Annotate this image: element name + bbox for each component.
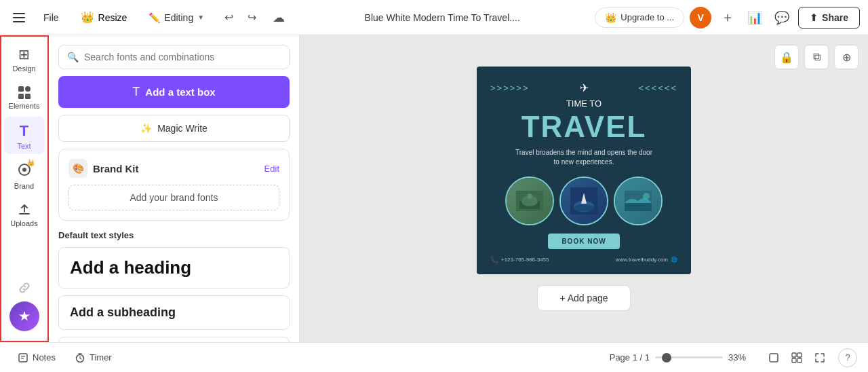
decorator-right: <<<<<< <box>638 83 677 93</box>
notes-icon <box>18 352 28 363</box>
add-tool-button[interactable]: ⊕ <box>834 45 859 69</box>
chevron-down-icon: ▼ <box>197 14 204 21</box>
brand-kit-edit-button[interactable]: Edit <box>264 164 279 174</box>
brand-kit-icon: 🎨 <box>68 159 87 178</box>
panel-scroll-area[interactable]: 🔍 T Add a text box ✨ Magic Write 🎨 Brand… <box>49 35 299 342</box>
globe-icon: 🌐 <box>671 257 677 263</box>
fullscreen-icon <box>814 352 825 363</box>
sidebar-label-text: Text <box>17 142 31 150</box>
svg-rect-24 <box>797 358 802 362</box>
sidebar-item-elements[interactable]: Elements <box>4 79 45 114</box>
text-panel: 🔍 T Add a text box ✨ Magic Write 🎨 Brand… <box>49 35 300 342</box>
add-brand-fonts-button[interactable]: Add your brand fonts <box>68 185 279 210</box>
share-button[interactable]: ⬆ Share <box>798 7 860 29</box>
brand-kit-title: Brand Kit <box>93 163 139 174</box>
sidebar-item-link[interactable] <box>4 276 45 299</box>
crown-icon: 👑 <box>81 11 94 24</box>
notes-button[interactable]: Notes <box>11 349 62 367</box>
brand-crown-icon: 👑 <box>27 160 35 166</box>
share-icon: ⬆ <box>810 12 818 23</box>
sidebar-item-uploads[interactable]: Uploads <box>4 197 45 231</box>
grid-view-icon <box>791 352 802 363</box>
svg-rect-21 <box>792 353 796 357</box>
sidebar-item-brand[interactable]: 👑 Brand <box>4 157 45 194</box>
svg-point-5 <box>22 168 26 172</box>
zoom-slider-area: 33% <box>655 352 753 362</box>
canvas-travel: TRAVEL <box>490 110 677 144</box>
resize-button[interactable]: 👑 Resize <box>73 7 136 28</box>
upgrade-crown-icon: 👑 <box>605 12 616 23</box>
canvas-toolbar: 🔒 ⧉ ⊕ <box>774 45 859 69</box>
text-icon: T <box>20 122 28 140</box>
sidebar-item-text[interactable]: T Text <box>4 117 45 154</box>
canvas-card[interactable]: >>>>>> ✈ <<<<<< TIME TO TRAVEL Travel br… <box>477 67 691 274</box>
svg-rect-3 <box>25 94 31 99</box>
timer-button[interactable]: Timer <box>68 349 119 367</box>
canvas-decorators: >>>>>> ✈ <<<<<< <box>490 81 677 94</box>
avatar[interactable]: V <box>690 7 711 29</box>
canvas-subtitle: Travel broadens the mind and opens the d… <box>490 148 677 167</box>
magic-write-button[interactable]: ✨ Magic Write <box>58 115 290 142</box>
brand-kit-section: 🎨 Brand Kit Edit Add your brand fonts <box>58 149 290 221</box>
svg-point-12 <box>574 204 594 211</box>
svg-rect-2 <box>18 94 24 99</box>
main-area: ⊞ Design Elements T Text 👑 <box>0 35 868 342</box>
default-styles-label: Default text styles <box>58 230 290 240</box>
search-box[interactable]: 🔍 <box>58 45 290 69</box>
add-button[interactable]: ＋ <box>717 7 738 29</box>
hamburger-menu[interactable] <box>8 7 30 29</box>
add-textbox-button[interactable]: T Add a text box <box>58 76 290 108</box>
editing-button[interactable]: ✏️ Editing ▼ <box>140 8 212 27</box>
elements-icon <box>17 85 32 100</box>
comment-button[interactable]: 💬 <box>771 7 793 29</box>
fullscreen-button[interactable] <box>810 348 830 367</box>
canvas-footer: 📞 +123-765-986-3455 www.travelbuddy.com … <box>490 256 677 263</box>
ai-tools-button[interactable] <box>9 301 39 331</box>
sidebar-label-uploads: Uploads <box>10 219 37 227</box>
upgrade-button[interactable]: 👑 Upgrade to ... <box>595 7 684 28</box>
brand-kit-header: 🎨 Brand Kit Edit <box>68 159 279 178</box>
canvas-phone: 📞 +123-765-986-3455 <box>490 256 549 263</box>
zoom-percentage: 33% <box>728 352 753 362</box>
body-text-block[interactable]: Add a little bit of body text <box>58 337 290 342</box>
add-page-button[interactable]: + Add page <box>537 285 630 311</box>
heading-block[interactable]: Add a heading <box>58 247 290 289</box>
zoom-slider[interactable] <box>655 356 723 358</box>
view-buttons <box>764 348 830 367</box>
svg-rect-0 <box>18 86 24 92</box>
analytics-button[interactable]: 📊 <box>744 7 766 29</box>
svg-rect-22 <box>797 353 802 357</box>
redo-button[interactable]: ↪ <box>241 7 262 29</box>
svg-point-15 <box>643 193 650 200</box>
canvas-area: 🔒 ⧉ ⊕ >>>>>> ✈ <<<<<< TIME TO TRAVEL Tra… <box>300 35 868 342</box>
undo-button[interactable]: ↩ <box>218 7 239 29</box>
link-icon <box>18 281 31 295</box>
svg-rect-23 <box>792 358 796 362</box>
uploads-icon <box>17 202 32 217</box>
subheading-block[interactable]: Add a subheading <box>58 295 290 330</box>
cloud-icon: ☁ <box>268 7 290 29</box>
search-input[interactable] <box>84 52 281 62</box>
book-now-button[interactable]: BOOK NOW <box>548 234 619 249</box>
help-button[interactable]: ? <box>838 348 857 367</box>
sidebar-item-design[interactable]: ⊞ Design <box>4 41 45 77</box>
canvas-photo-2 <box>559 176 608 225</box>
copy-tool-button[interactable]: ⧉ <box>804 45 829 69</box>
brand-kit-left: 🎨 Brand Kit <box>68 159 139 178</box>
star-sparkle-icon <box>18 310 31 323</box>
svg-rect-20 <box>770 354 778 362</box>
canvas-wrapper: >>>>>> ✈ <<<<<< TIME TO TRAVEL Travel br… <box>477 67 691 311</box>
single-view-icon <box>768 352 779 363</box>
document-title: Blue White Modern Time To Travel.... <box>295 12 589 23</box>
icon-sidebar: ⊞ Design Elements T Text 👑 <box>0 35 49 342</box>
subheading-text: Add a subheading <box>70 305 176 319</box>
lock-tool-button[interactable]: 🔒 <box>774 45 799 69</box>
design-icon: ⊞ <box>18 46 30 62</box>
canvas-photos <box>490 176 677 225</box>
single-view-button[interactable] <box>764 348 784 367</box>
bottombar: Notes Timer Page 1 / 1 33% <box>0 342 868 372</box>
grid-view-button[interactable] <box>787 348 807 367</box>
magic-pen-icon: ✨ <box>140 123 152 134</box>
file-button[interactable]: File <box>35 8 67 27</box>
sidebar-label-elements: Elements <box>9 102 40 110</box>
